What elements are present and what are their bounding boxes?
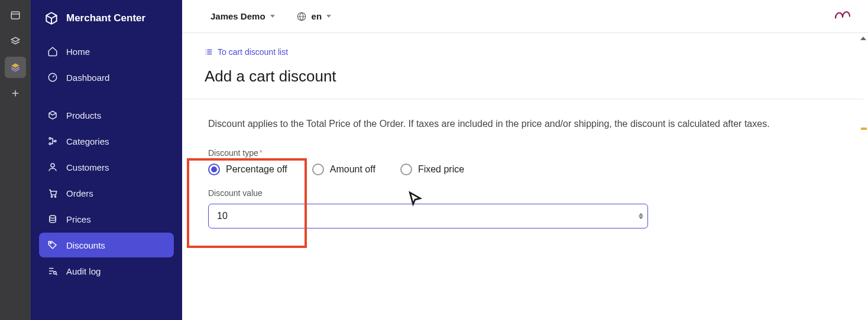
stepper-up-icon[interactable]: [639, 213, 643, 215]
back-link-label: To cart discount list: [218, 47, 288, 57]
svg-point-2: [49, 138, 51, 139]
radio-label: Amount off: [330, 164, 375, 175]
svg-point-3: [49, 143, 51, 145]
sidebar-item-discounts[interactable]: Discounts: [39, 233, 174, 257]
radio-fixed-price[interactable]: Fixed price: [400, 164, 464, 175]
radio-label: Percentage off: [226, 164, 287, 175]
rail-layers-icon[interactable]: [5, 31, 26, 52]
nav: Home Dashboard Products Categories Custo…: [39, 39, 174, 283]
sidebar-item-label: Discounts: [66, 240, 105, 250]
rail-stack-icon[interactable]: [5, 57, 26, 78]
svg-point-5: [51, 164, 54, 167]
sidebar-item-prices[interactable]: Prices: [39, 207, 174, 231]
number-stepper[interactable]: [639, 213, 643, 219]
cart-icon: [47, 188, 58, 198]
help-text: Discount applies to the Total Price of t…: [208, 117, 811, 132]
sidebar-item-label: Customers: [66, 162, 109, 172]
svg-point-10: [54, 272, 57, 275]
commercetools-logo-icon: [834, 8, 851, 25]
brand-title: Merchant Center: [66, 12, 145, 24]
home-icon: [47, 46, 58, 57]
radio-label: Fixed price: [418, 164, 464, 175]
sidebar-item-label: Categories: [66, 136, 109, 146]
brand-cube-icon: [44, 11, 59, 26]
sidebar-item-products[interactable]: Products: [39, 103, 174, 128]
required-marker: *: [260, 148, 263, 157]
content-scroll[interactable]: To cart discount list Add a cart discoun…: [182, 33, 868, 320]
locale-code: en: [312, 11, 322, 21]
sidebar-item-customers[interactable]: Customers: [39, 155, 174, 179]
radio-amount-off[interactable]: Amount off: [312, 164, 375, 175]
back-link[interactable]: To cart discount list: [205, 47, 844, 57]
discount-type-label: Discount type*: [208, 148, 820, 158]
sidebar-item-categories[interactable]: Categories: [39, 129, 174, 154]
page-title: Add a cart discount: [205, 67, 844, 86]
locale-switcher[interactable]: en: [296, 11, 332, 22]
tag-icon: [47, 240, 58, 250]
topbar: James Demo en: [182, 0, 868, 33]
user-icon: [47, 162, 58, 172]
coins-icon: [47, 214, 58, 224]
svg-point-7: [54, 196, 56, 197]
tree-icon: [47, 136, 58, 146]
brand: Merchant Center: [39, 11, 174, 26]
sidebar-item-dashboard[interactable]: Dashboard: [39, 65, 174, 90]
sidebar-item-audit-log[interactable]: Audit log: [39, 259, 174, 283]
stepper-down-icon[interactable]: [639, 216, 643, 219]
globe-icon: [296, 11, 307, 22]
project-switcher[interactable]: James Demo: [210, 11, 275, 21]
sidebar: Merchant Center Home Dashboard Products …: [31, 0, 182, 320]
main: James Demo en To cart discount list Add …: [182, 0, 868, 320]
radio-percentage-off[interactable]: Percentage off: [208, 164, 287, 175]
sidebar-item-label: Prices: [66, 214, 91, 224]
svg-point-4: [54, 141, 56, 142]
chevron-down-icon: [270, 15, 275, 18]
search-list-icon: [47, 266, 58, 276]
rail-panel-icon[interactable]: [5, 5, 26, 26]
sidebar-item-label: Orders: [66, 188, 93, 198]
sidebar-item-label: Audit log: [66, 266, 101, 276]
discount-value-input[interactable]: [208, 204, 648, 228]
sidebar-item-label: Products: [66, 110, 101, 120]
radio-icon: [208, 164, 220, 175]
list-icon: [205, 48, 213, 55]
radio-icon: [400, 164, 412, 175]
svg-point-6: [51, 196, 52, 197]
cube-icon: [47, 110, 58, 120]
svg-rect-0: [11, 12, 20, 19]
scrollbar-marker: [861, 128, 867, 130]
gauge-icon: [47, 72, 58, 83]
sidebar-item-label: Home: [66, 47, 90, 57]
sidebar-item-orders[interactable]: Orders: [39, 181, 174, 205]
project-name: James Demo: [210, 11, 265, 21]
sidebar-item-home[interactable]: Home: [39, 39, 174, 64]
chevron-down-icon: [326, 15, 331, 18]
radio-icon: [312, 164, 324, 175]
svg-point-8: [50, 215, 56, 218]
svg-point-9: [50, 243, 51, 244]
app-rail: [0, 0, 31, 320]
discount-value-label: Discount value: [208, 188, 820, 198]
discount-type-radiogroup: Percentage off Amount off Fixed price: [208, 164, 820, 175]
scrollbar-up-icon[interactable]: [859, 33, 868, 44]
sidebar-item-label: Dashboard: [66, 73, 109, 83]
rail-add-icon[interactable]: [5, 83, 26, 104]
